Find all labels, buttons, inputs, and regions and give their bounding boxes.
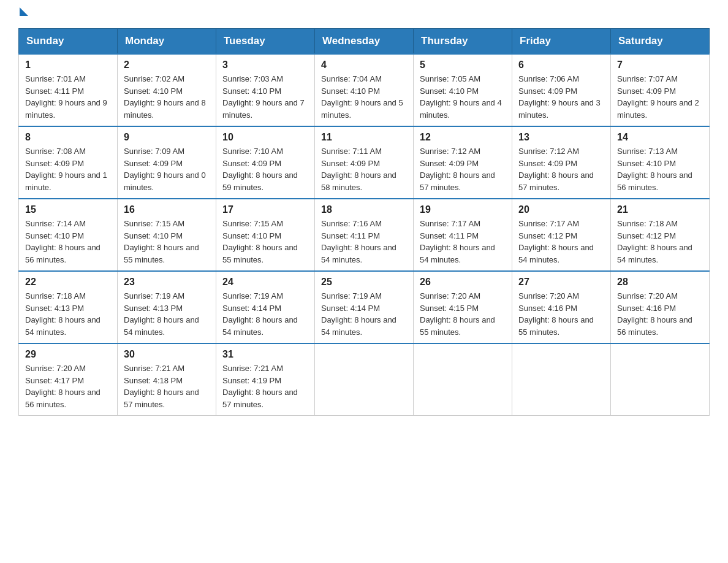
column-header-friday: Friday [512,29,611,55]
day-number: 19 [420,204,506,215]
calendar-cell [611,343,710,416]
day-info: Sunrise: 7:21 AMSunset: 4:18 PMDaylight:… [124,364,199,409]
day-number: 7 [617,59,703,71]
day-number: 25 [321,277,407,288]
calendar-cell: 26 Sunrise: 7:20 AMSunset: 4:15 PMDaylig… [414,271,512,343]
day-number: 26 [420,277,506,288]
day-info: Sunrise: 7:19 AMSunset: 4:14 PMDaylight:… [222,291,298,337]
calendar-cell: 22 Sunrise: 7:18 AMSunset: 4:13 PMDaylig… [19,271,118,343]
day-number: 27 [518,277,604,288]
calendar-cell: 20 Sunrise: 7:17 AMSunset: 4:12 PMDaylig… [512,199,611,271]
day-number: 20 [518,204,604,215]
day-number: 4 [321,59,407,71]
day-info: Sunrise: 7:01 AMSunset: 4:11 PMDaylight:… [25,74,107,120]
day-number: 14 [617,132,703,143]
day-number: 17 [222,204,308,215]
day-number: 6 [518,59,604,71]
week-row-5: 29 Sunrise: 7:20 AMSunset: 4:17 PMDaylig… [19,343,710,416]
day-info: Sunrise: 7:19 AMSunset: 4:13 PMDaylight:… [124,291,199,337]
day-number: 29 [25,349,111,360]
day-number: 2 [124,59,210,71]
calendar-cell: 16 Sunrise: 7:15 AMSunset: 4:10 PMDaylig… [118,199,216,271]
day-info: Sunrise: 7:17 AMSunset: 4:12 PMDaylight:… [518,219,594,264]
day-info: Sunrise: 7:20 AMSunset: 4:16 PMDaylight:… [617,291,692,337]
day-info: Sunrise: 7:20 AMSunset: 4:17 PMDaylight:… [25,364,100,409]
day-number: 16 [124,204,210,215]
day-number: 3 [222,59,308,71]
day-number: 8 [25,132,111,143]
calendar-cell: 1 Sunrise: 7:01 AMSunset: 4:11 PMDayligh… [19,54,118,126]
calendar-cell: 9 Sunrise: 7:09 AMSunset: 4:09 PMDayligh… [118,126,216,199]
day-number: 11 [321,132,407,143]
calendar-table: SundayMondayTuesdayWednesdayThursdayFrid… [18,28,710,416]
calendar-cell: 31 Sunrise: 7:21 AMSunset: 4:19 PMDaylig… [216,343,315,416]
day-number: 30 [124,349,210,360]
calendar-cell: 7 Sunrise: 7:07 AMSunset: 4:09 PMDayligh… [611,54,710,126]
calendar-cell: 6 Sunrise: 7:06 AMSunset: 4:09 PMDayligh… [512,54,611,126]
day-info: Sunrise: 7:19 AMSunset: 4:14 PMDaylight:… [321,291,396,337]
calendar-cell: 21 Sunrise: 7:18 AMSunset: 4:12 PMDaylig… [611,199,710,271]
day-number: 24 [222,277,308,288]
day-number: 15 [25,204,111,215]
day-number: 22 [25,277,111,288]
calendar-cell: 10 Sunrise: 7:10 AMSunset: 4:09 PMDaylig… [216,126,315,199]
day-info: Sunrise: 7:08 AMSunset: 4:09 PMDaylight:… [25,147,107,192]
calendar-cell: 12 Sunrise: 7:12 AMSunset: 4:09 PMDaylig… [414,126,512,199]
day-info: Sunrise: 7:20 AMSunset: 4:16 PMDaylight:… [518,291,594,337]
day-info: Sunrise: 7:15 AMSunset: 4:10 PMDaylight:… [222,219,298,264]
day-number: 28 [617,277,703,288]
calendar-cell: 17 Sunrise: 7:15 AMSunset: 4:10 PMDaylig… [216,199,315,271]
calendar-header-row: SundayMondayTuesdayWednesdayThursdayFrid… [19,29,710,55]
week-row-4: 22 Sunrise: 7:18 AMSunset: 4:13 PMDaylig… [19,271,710,343]
calendar-cell: 24 Sunrise: 7:19 AMSunset: 4:14 PMDaylig… [216,271,315,343]
day-info: Sunrise: 7:16 AMSunset: 4:11 PMDaylight:… [321,219,396,264]
day-info: Sunrise: 7:02 AMSunset: 4:10 PMDaylight:… [124,74,206,120]
day-number: 31 [222,349,308,360]
calendar-cell: 28 Sunrise: 7:20 AMSunset: 4:16 PMDaylig… [611,271,710,343]
day-number: 5 [420,59,506,71]
calendar-cell: 2 Sunrise: 7:02 AMSunset: 4:10 PMDayligh… [118,54,216,126]
day-info: Sunrise: 7:06 AMSunset: 4:09 PMDaylight:… [518,74,601,120]
day-info: Sunrise: 7:09 AMSunset: 4:09 PMDaylight:… [124,147,206,192]
day-info: Sunrise: 7:14 AMSunset: 4:10 PMDaylight:… [25,219,100,264]
day-info: Sunrise: 7:04 AMSunset: 4:10 PMDaylight:… [321,74,403,120]
calendar-cell: 30 Sunrise: 7:21 AMSunset: 4:18 PMDaylig… [118,343,216,416]
calendar-cell: 14 Sunrise: 7:13 AMSunset: 4:10 PMDaylig… [611,126,710,199]
day-info: Sunrise: 7:12 AMSunset: 4:09 PMDaylight:… [518,147,594,192]
calendar-cell: 5 Sunrise: 7:05 AMSunset: 4:10 PMDayligh… [414,54,512,126]
day-number: 21 [617,204,703,215]
day-number: 18 [321,204,407,215]
day-info: Sunrise: 7:03 AMSunset: 4:10 PMDaylight:… [222,74,305,120]
column-header-monday: Monday [118,29,216,55]
calendar-cell: 4 Sunrise: 7:04 AMSunset: 4:10 PMDayligh… [315,54,414,126]
calendar-cell: 13 Sunrise: 7:12 AMSunset: 4:09 PMDaylig… [512,126,611,199]
day-info: Sunrise: 7:10 AMSunset: 4:09 PMDaylight:… [222,147,298,192]
day-info: Sunrise: 7:20 AMSunset: 4:15 PMDaylight:… [420,291,495,337]
calendar-cell [315,343,414,416]
day-number: 1 [25,59,111,71]
calendar-cell: 15 Sunrise: 7:14 AMSunset: 4:10 PMDaylig… [19,199,118,271]
calendar-cell: 8 Sunrise: 7:08 AMSunset: 4:09 PMDayligh… [19,126,118,199]
day-number: 23 [124,277,210,288]
column-header-thursday: Thursday [414,29,512,55]
column-header-tuesday: Tuesday [216,29,315,55]
day-number: 10 [222,132,308,143]
calendar-cell: 27 Sunrise: 7:20 AMSunset: 4:16 PMDaylig… [512,271,611,343]
calendar-cell: 19 Sunrise: 7:17 AMSunset: 4:11 PMDaylig… [414,199,512,271]
day-info: Sunrise: 7:13 AMSunset: 4:10 PMDaylight:… [617,147,692,192]
day-info: Sunrise: 7:05 AMSunset: 4:10 PMDaylight:… [420,74,502,120]
day-number: 9 [124,132,210,143]
column-header-sunday: Sunday [19,29,118,55]
logo-triangle-icon [20,7,28,16]
calendar-cell [512,343,611,416]
week-row-3: 15 Sunrise: 7:14 AMSunset: 4:10 PMDaylig… [19,199,710,271]
calendar-cell: 18 Sunrise: 7:16 AMSunset: 4:11 PMDaylig… [315,199,414,271]
page-header [18,12,710,16]
calendar-cell [414,343,512,416]
column-header-wednesday: Wednesday [315,29,414,55]
day-info: Sunrise: 7:17 AMSunset: 4:11 PMDaylight:… [420,219,495,264]
column-header-saturday: Saturday [611,29,710,55]
calendar-cell: 29 Sunrise: 7:20 AMSunset: 4:17 PMDaylig… [19,343,118,416]
week-row-2: 8 Sunrise: 7:08 AMSunset: 4:09 PMDayligh… [19,126,710,199]
calendar-cell: 11 Sunrise: 7:11 AMSunset: 4:09 PMDaylig… [315,126,414,199]
